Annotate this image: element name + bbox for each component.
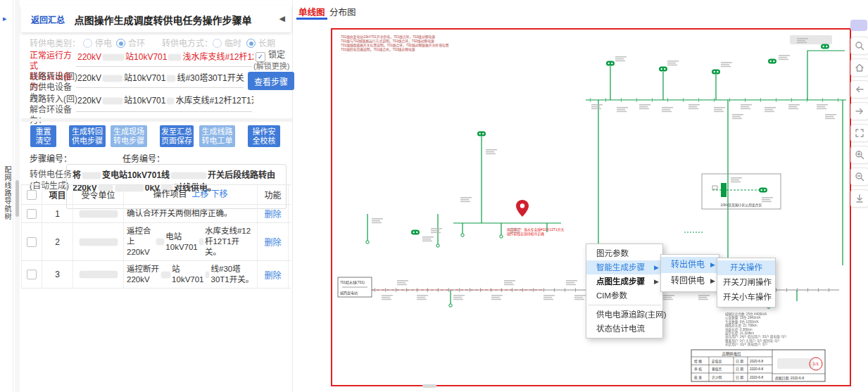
row-checkbox[interactable]: [27, 270, 37, 279]
home-button[interactable]: [850, 58, 868, 77]
fit-screen-icon: [855, 128, 864, 138]
svg-text:绘 图: 绘 图: [694, 359, 702, 364]
step-sheet-panel: 返回汇总 点图操作生成调度转供电任务操作步骤单 ◀ 转供电类别： 停电 合环 转…: [21, 0, 293, 392]
radio-option-loop[interactable]: 合环: [116, 39, 145, 49]
submenu-item-transfer-out[interactable]: 转出供电▶: [661, 257, 719, 273]
menu-item-power-source-trace[interactable]: 供电电源追踪(主网): [586, 308, 662, 322]
col-operation: 操作项目 上移 下移: [124, 185, 258, 204]
back-to-summary-button[interactable]: 返回汇总: [31, 13, 65, 25]
toolbar-selection-fragment: [850, 20, 867, 31]
distribution-room-box: 10kV某某围小区公用变台区: [702, 174, 781, 209]
feeder-source-box: 701给水线(701) 城西变电站: [338, 277, 372, 297]
switch-symbols: [411, 44, 829, 235]
in-device-value: 220kV站10kV701水库支线#12杆12T1开关: [77, 94, 253, 106]
row-checkbox[interactable]: [27, 209, 37, 219]
panel-resize-handle[interactable]: [422, 384, 436, 388]
section-divider: [21, 118, 292, 122]
gen-line-ticket-button[interactable]: 生成线路转电工单: [199, 125, 235, 147]
unit-redacted: [80, 271, 118, 278]
radio-selected-icon: [116, 39, 125, 48]
nav-tree-strip: ▸ 配网线路导航树: [0, 0, 13, 392]
menu-item-state-estimated-current[interactable]: 状态估计电流: [586, 322, 662, 336]
gen-site-transfer-button[interactable]: 生成现场转电步骤: [111, 125, 147, 147]
menu-item-cim-params[interactable]: CIM参数: [586, 289, 662, 303]
left-scrollbar: [15, 0, 20, 392]
line-statistics: 城网区总台数: 25台 4400kVA 公变数量: 19台 2940kVA 专变…: [725, 312, 786, 347]
unlock-hint[interactable]: (解锁更换): [253, 60, 289, 71]
nav-tree-vertical-label: 配网线路导航树: [2, 166, 13, 220]
send-summary-save-button[interactable]: 发至汇总页面保存: [160, 125, 194, 147]
page-number: 1/1: [813, 362, 819, 366]
reset-clear-button[interactable]: 重置清空: [30, 125, 56, 147]
view-steps-button[interactable]: 查看步骤: [248, 72, 294, 90]
transfer-submenu: 转出供电▶ 转回供电▶: [660, 254, 719, 292]
row-checkbox[interactable]: [27, 237, 37, 247]
unit-redacted: [80, 210, 118, 217]
move-up-link[interactable]: 上移: [191, 189, 208, 200]
out-device-value: 220kV站10kV701线#30塔30T1开关: [77, 71, 245, 83]
submenu-item-switch-operation[interactable]: 开关操作: [717, 260, 775, 275]
menu-item-click-generate-steps[interactable]: 点图生成步骤▶: [586, 274, 662, 289]
safety-check-button[interactable]: 操作安全校核: [248, 125, 280, 147]
home-icon: [855, 63, 864, 72]
svg-text:701线由变电站10kV701开关供电，701线合环，702: 701线由变电站10kV701开关供电，701线合环，702线对侧电源: [341, 34, 435, 39]
back-button-toolbar[interactable]: [850, 80, 868, 99]
fit-screen-button[interactable]: [850, 124, 868, 142]
submenu-item-transfer-back[interactable]: 转回供电▶: [661, 273, 719, 289]
steps-table: 项目 受令单位 操作项目 上移 下移 功能 1 确认合环开关两侧相序正确。 删除…: [21, 184, 291, 289]
zoom-out-button[interactable]: [850, 167, 868, 186]
expand-nav-icon[interactable]: ▸: [3, 14, 7, 23]
submenu-item-switch-knife-operation[interactable]: 开关刀闸操作: [717, 275, 775, 290]
svg-text:底图日期: 2020-6-8: 底图日期: 2020-6-8: [775, 376, 804, 381]
menu-item-smart-generate-steps[interactable]: 智能生成步骤▶: [586, 260, 662, 274]
col-unit: 受令单位: [73, 185, 124, 204]
input-underline: [76, 87, 244, 88]
svg-text:701线线路联络开关位置说明，701线合环，702线对侧联络: 701线线路联络开关位置说明，701线合环，702线对侧联络开关杆塔位置: [341, 43, 449, 48]
location-pin: [516, 200, 529, 217]
diagram-context-menu: 图元参数 智能生成步骤▶ 点图生成步骤▶ CIM参数 供电电源追踪(主网) 状态…: [586, 244, 663, 339]
svg-text:许少明: 许少明: [712, 375, 722, 380]
zoom-in-button[interactable]: [850, 146, 868, 164]
submenu-arrow-icon: ▶: [710, 257, 715, 273]
submenu-item-switch-trolley-operation[interactable]: 开关小车操作: [717, 290, 775, 305]
select-all-checkbox[interactable]: [27, 190, 37, 200]
submenu-arrow-icon: ▶: [654, 274, 659, 289]
drawing-title-block: 高明供电局 绘 图 彭俊良 日 期 2020-6-8 审 核 曾俊杰 日 期 2…: [691, 350, 825, 381]
delete-link[interactable]: 删除: [264, 269, 281, 281]
left-scrollbar-thumb[interactable]: [15, 180, 19, 217]
radio-icon: [213, 39, 222, 48]
radio-selected-icon: [246, 39, 256, 48]
row-no: 2: [42, 223, 73, 260]
radio-option-temp[interactable]: 临时: [213, 39, 241, 49]
tab-single-line-diagram[interactable]: 单线图: [298, 5, 325, 18]
svg-text:10kV某某围小区公用变台区: 10kV某某围小区公用变台区: [721, 203, 762, 208]
svg-text:2020-6-8: 2020-6-8: [750, 360, 764, 363]
svg-text:拟合环点：浅水库支线#12杆12T1开关: 拟合环点：浅水库支线#12杆12T1开关: [507, 227, 565, 232]
redacted-name-box: [777, 358, 814, 369]
svg-text:彭俊良: 彭俊良: [712, 359, 722, 364]
panel-header: 返回汇总 点图操作生成调度转供电任务操作步骤单 ◀: [21, 6, 291, 32]
input-underline: [76, 66, 252, 67]
svg-text:城西变电站: 城西变电站: [340, 291, 358, 296]
search-button[interactable]: [850, 37, 868, 55]
svg-text:光伏用户: 10户 风电用户: 3户: 光伏用户: 10户 风电用户: 3户: [725, 342, 767, 347]
menu-divider: [588, 305, 661, 305]
forward-button-toolbar[interactable]: [850, 102, 868, 120]
download-button[interactable]: [850, 189, 868, 208]
radio-option-stop[interactable]: 停电: [83, 39, 112, 49]
submenu-arrow-icon: ▶: [710, 273, 715, 289]
delete-link[interactable]: 删除: [264, 236, 281, 248]
tab-distribution-diagram[interactable]: 分布图: [329, 5, 356, 18]
collapse-panel-icon[interactable]: ◀: [279, 14, 285, 23]
table-row: 3 遥控断开220kV站10kV701线#30塔30T1开关。 删除: [21, 261, 291, 289]
svg-text:701给水线(701): 701给水线(701): [340, 280, 365, 285]
svg-text:701线供电范围说明，701线合环，702线对侧电源: 701线供电范围说明，701线合环，702线对侧电源: [341, 47, 415, 52]
move-down-link[interactable]: 下移: [211, 189, 228, 200]
col-item: 项目: [42, 185, 73, 204]
menu-item-element-params[interactable]: 图元参数: [586, 246, 662, 260]
app-root: { "left_nav": { "vertical_label": "配网线路导…: [0, 0, 868, 392]
delete-link[interactable]: 删除: [264, 208, 281, 220]
gen-return-supply-button[interactable]: 生成转回供电步骤: [69, 125, 106, 147]
download-icon: [855, 194, 864, 203]
step-number-label: 步骤编号：: [30, 154, 72, 164]
